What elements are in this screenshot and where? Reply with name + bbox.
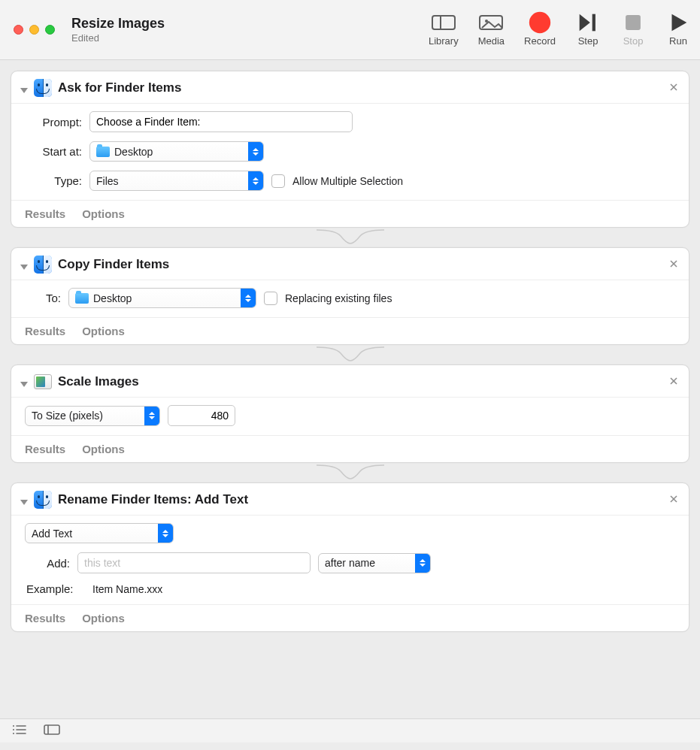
window-subtitle: Edited xyxy=(71,32,165,44)
svg-marker-5 xyxy=(580,14,590,32)
chevron-down-icon[interactable] xyxy=(20,261,28,268)
start-at-select[interactable]: Desktop xyxy=(89,141,264,162)
stepper-arrows-icon xyxy=(241,289,256,307)
svg-point-25 xyxy=(13,733,14,734)
stop-label: Stop xyxy=(623,35,644,47)
to-label: To: xyxy=(25,292,61,304)
connector xyxy=(11,346,689,361)
finder-icon xyxy=(34,79,52,97)
example-label: Example: xyxy=(25,582,85,595)
step-button[interactable]: Step xyxy=(575,13,601,47)
svg-marker-18 xyxy=(20,500,28,505)
folder-icon xyxy=(75,292,89,304)
replace-existing-checkbox[interactable] xyxy=(264,292,277,305)
action-scale-images: Scale Images To Size (pixels) Results Op… xyxy=(11,364,689,463)
connector xyxy=(11,464,689,479)
close-window-button[interactable] xyxy=(14,25,23,35)
replace-existing-label: Replacing existing files xyxy=(285,292,392,304)
sidebar-icon xyxy=(431,13,456,32)
stepper-arrows-icon xyxy=(248,171,263,190)
zoom-window-button[interactable] xyxy=(45,25,55,35)
stepper-arrows-icon xyxy=(415,554,430,573)
svg-point-23 xyxy=(13,729,14,730)
stepper-arrows-icon xyxy=(144,407,159,425)
toolbar: Library Media Record Step xyxy=(429,13,691,47)
svg-rect-0 xyxy=(432,16,455,29)
svg-marker-8 xyxy=(672,14,687,32)
scale-mode-value: To Size (pixels) xyxy=(32,410,103,422)
record-button[interactable]: Record xyxy=(524,13,556,47)
media-label: Media xyxy=(478,35,505,47)
type-value: Files xyxy=(96,175,119,187)
allow-multiple-checkbox[interactable] xyxy=(271,174,285,188)
stepper-arrows-icon xyxy=(158,524,173,543)
action-title: Scale Images xyxy=(58,374,139,389)
scale-size-input[interactable] xyxy=(168,405,235,426)
titlebar: Resize Images Edited Library Media xyxy=(0,0,700,60)
record-label: Record xyxy=(524,35,556,47)
svg-rect-6 xyxy=(592,14,595,32)
prompt-label: Prompt: xyxy=(25,116,82,129)
options-button[interactable]: Options xyxy=(82,325,125,337)
action-ask-for-finder-items: Ask for Finder Items Prompt: Start at: D… xyxy=(11,71,689,228)
media-icon xyxy=(478,13,504,32)
library-label: Library xyxy=(429,35,459,47)
scale-mode-select[interactable]: To Size (pixels) xyxy=(25,406,160,426)
start-at-value: Desktop xyxy=(114,146,153,158)
close-icon[interactable] xyxy=(668,82,680,94)
run-button[interactable]: Run xyxy=(665,13,691,47)
minimize-window-button[interactable] xyxy=(29,25,39,35)
to-value: Desktop xyxy=(93,292,132,304)
close-icon[interactable] xyxy=(668,494,680,506)
to-select[interactable]: Desktop xyxy=(68,288,256,308)
prompt-input[interactable] xyxy=(89,111,353,132)
action-title: Copy Finder Items xyxy=(58,257,169,272)
svg-marker-12 xyxy=(20,265,28,270)
workflow-canvas: Ask for Finder Items Prompt: Start at: D… xyxy=(0,60,700,718)
folder-icon xyxy=(96,146,110,158)
action-title: Ask for Finder Items xyxy=(58,80,181,95)
type-label: Type: xyxy=(25,174,82,187)
action-copy-finder-items: Copy Finder Items To: Desktop Replacing … xyxy=(11,247,689,345)
chevron-down-icon[interactable] xyxy=(20,84,28,92)
title-block: Resize Images Edited xyxy=(71,16,165,44)
options-button[interactable]: Options xyxy=(82,612,125,624)
position-value: after name xyxy=(325,557,375,569)
action-title: Rename Finder Items: Add Text xyxy=(58,492,248,507)
close-icon[interactable] xyxy=(668,259,680,271)
type-select[interactable]: Files xyxy=(89,171,264,191)
connector xyxy=(11,229,689,244)
results-button[interactable]: Results xyxy=(25,612,65,624)
svg-marker-9 xyxy=(20,88,28,93)
position-select[interactable]: after name xyxy=(318,553,431,573)
start-at-label: Start at: xyxy=(25,145,82,158)
play-icon xyxy=(665,13,691,32)
results-button[interactable]: Results xyxy=(25,207,65,220)
variables-icon[interactable] xyxy=(44,724,60,737)
log-icon[interactable] xyxy=(12,724,27,737)
preview-icon xyxy=(34,373,52,391)
chevron-down-icon[interactable] xyxy=(20,378,28,386)
record-icon xyxy=(527,13,553,32)
media-button[interactable]: Media xyxy=(478,13,505,47)
rename-mode-value: Add Text xyxy=(32,528,72,540)
add-text-input[interactable] xyxy=(77,552,311,573)
results-button[interactable]: Results xyxy=(25,325,65,337)
step-label: Step xyxy=(578,35,598,47)
stepper-arrows-icon xyxy=(248,142,263,161)
options-button[interactable]: Options xyxy=(82,207,125,220)
svg-point-21 xyxy=(13,725,14,727)
window-controls xyxy=(14,25,55,35)
results-button[interactable]: Results xyxy=(25,443,65,455)
allow-multiple-label: Allow Multiple Selection xyxy=(292,175,403,187)
finder-icon xyxy=(34,491,52,509)
action-rename-finder-items: Rename Finder Items: Add Text Add Text A… xyxy=(11,482,689,632)
options-button[interactable]: Options xyxy=(82,443,125,455)
library-button[interactable]: Library xyxy=(429,13,459,47)
add-label: Add: xyxy=(25,557,70,570)
rename-mode-select[interactable]: Add Text xyxy=(25,523,174,543)
close-icon[interactable] xyxy=(668,376,680,388)
chevron-down-icon[interactable] xyxy=(20,496,28,504)
svg-point-4 xyxy=(529,12,550,33)
step-icon xyxy=(575,13,601,32)
